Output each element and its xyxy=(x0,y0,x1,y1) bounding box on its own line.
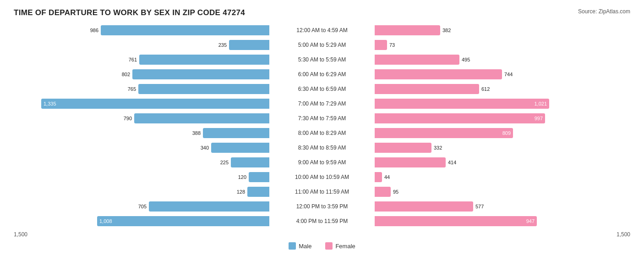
bar-left-section: 340 xyxy=(14,143,269,153)
legend-male-label: Male xyxy=(299,243,311,250)
legend-male: Male xyxy=(289,242,311,250)
bar-left-section: 761 xyxy=(14,55,269,65)
bar-female-label: 947 xyxy=(526,218,535,224)
bar-male xyxy=(203,128,269,138)
time-label: 5:00 AM to 5:29 AM xyxy=(269,42,375,48)
bar-left-section: 765 xyxy=(14,84,269,94)
bar-left-section: 120 xyxy=(14,172,269,182)
bar-male: 1,335 xyxy=(41,99,269,109)
bar-left-section: 225 xyxy=(14,157,269,167)
bar-male-label: 235 xyxy=(218,42,227,48)
chart-row: 3888:00 AM to 8:29 AM809 xyxy=(14,127,630,139)
bar-female xyxy=(375,201,473,212)
time-label: 8:00 AM to 8:29 AM xyxy=(269,130,375,136)
bar-female-label: 495 xyxy=(462,57,470,62)
bar-female-label: 744 xyxy=(504,72,513,77)
bar-female xyxy=(375,84,479,94)
time-label: 6:30 AM to 6:59 AM xyxy=(269,86,375,92)
bar-female-label: 612 xyxy=(481,86,490,92)
bar-right-section: 95 xyxy=(375,187,630,197)
bar-female xyxy=(375,157,446,167)
axis-right-label: 1,500 xyxy=(617,231,630,238)
bar-male xyxy=(247,187,269,197)
time-label: 9:00 AM to 9:59 AM xyxy=(269,159,375,166)
bar-male-label: 120 xyxy=(238,174,246,180)
bar-female-label: 73 xyxy=(389,42,395,48)
bar-female-label: 95 xyxy=(393,189,398,195)
bar-right-section: 332 xyxy=(375,143,630,153)
legend-female-box xyxy=(325,242,333,250)
bar-female-label: 44 xyxy=(384,174,390,180)
bar-male xyxy=(132,69,269,79)
bar-male: 1,008 xyxy=(97,216,269,226)
time-label: 12:00 AM to 4:59 AM xyxy=(269,27,375,33)
bar-male-label: 705 xyxy=(138,204,147,209)
bar-right-section: 414 xyxy=(375,157,630,167)
bar-male-label: 340 xyxy=(201,145,209,150)
chart-row: 7907:30 AM to 7:59 AM997 xyxy=(14,112,630,125)
bar-male-label: 802 xyxy=(122,72,130,77)
bar-male-label: 765 xyxy=(128,86,136,92)
bar-male xyxy=(138,84,269,94)
bar-right-section: 382 xyxy=(375,25,630,35)
chart-row: 8026:00 AM to 6:29 AM744 xyxy=(14,68,630,81)
bar-right-section: 577 xyxy=(375,201,630,212)
chart-row: 2259:00 AM to 9:59 AM414 xyxy=(14,156,630,169)
chart-source: Source: ZipAtlas.com xyxy=(578,8,630,15)
bar-female: 997 xyxy=(375,113,545,123)
time-label: 4:00 PM to 11:59 PM xyxy=(269,218,375,224)
chart-row: 7656:30 AM to 6:59 AM612 xyxy=(14,83,630,95)
time-label: 7:00 AM to 7:29 AM xyxy=(269,100,375,107)
bar-female xyxy=(375,172,382,182)
chart-body: 98612:00 AM to 4:59 AM3822355:00 AM to 5… xyxy=(14,24,630,228)
bar-male-label: 388 xyxy=(192,130,201,136)
bar-female-label: 577 xyxy=(475,204,484,209)
chart-container: TIME OF DEPARTURE TO WORK BY SEX IN ZIP … xyxy=(0,0,644,268)
bar-right-section: 1,021 xyxy=(375,99,630,109)
bar-left-section: 128 xyxy=(14,187,269,197)
bar-right-section: 809 xyxy=(375,128,630,138)
axis-labels: 1,500 1,500 xyxy=(14,231,630,238)
bar-male-label: 1,335 xyxy=(44,101,56,106)
bar-female xyxy=(375,40,387,50)
chart-row: 1,3357:00 AM to 7:29 AM1,021 xyxy=(14,97,630,110)
bar-male-label: 761 xyxy=(129,57,137,62)
bar-left-section: 790 xyxy=(14,113,269,123)
bar-female-label: 809 xyxy=(502,130,511,136)
time-label: 10:00 AM to 10:59 AM xyxy=(269,174,375,180)
bar-right-section: 612 xyxy=(375,84,630,94)
bar-left-section: 802 xyxy=(14,69,269,79)
bar-male-label: 986 xyxy=(90,28,98,33)
bar-male xyxy=(229,40,269,50)
chart-row: 12811:00 AM to 11:59 AM95 xyxy=(14,185,630,198)
bar-male-label: 128 xyxy=(237,189,245,195)
bar-female xyxy=(375,55,459,65)
chart-row: 2355:00 AM to 5:29 AM73 xyxy=(14,39,630,51)
chart-row: 7615:30 AM to 5:59 AM495 xyxy=(14,53,630,66)
bar-female-label: 1,021 xyxy=(534,101,547,106)
bar-male xyxy=(211,143,269,153)
bar-male xyxy=(249,172,269,182)
bar-right-section: 44 xyxy=(375,172,630,182)
bar-female-label: 414 xyxy=(448,160,456,165)
bar-male xyxy=(134,113,269,123)
bar-female xyxy=(375,187,391,197)
bar-left-section: 1,008 xyxy=(14,216,269,226)
bar-left-section: 388 xyxy=(14,128,269,138)
bar-male xyxy=(231,157,269,167)
time-label: 7:30 AM to 7:59 AM xyxy=(269,115,375,122)
time-label: 11:00 AM to 11:59 AM xyxy=(269,189,375,195)
chart-row: 70512:00 PM to 3:59 PM577 xyxy=(14,200,630,213)
bar-female: 809 xyxy=(375,128,513,138)
bar-left-section: 705 xyxy=(14,201,269,212)
legend-female: Female xyxy=(325,242,355,250)
bar-left-section: 235 xyxy=(14,40,269,50)
chart-header: TIME OF DEPARTURE TO WORK BY SEX IN ZIP … xyxy=(14,8,630,17)
time-label: 8:30 AM to 8:59 AM xyxy=(269,145,375,151)
bar-male-label: 1,008 xyxy=(99,218,112,224)
chart-title: TIME OF DEPARTURE TO WORK BY SEX IN ZIP … xyxy=(14,8,245,17)
bar-male xyxy=(149,201,269,212)
bar-female-label: 332 xyxy=(434,145,442,150)
bar-male-label: 790 xyxy=(124,116,132,121)
legend-male-box xyxy=(289,242,296,250)
